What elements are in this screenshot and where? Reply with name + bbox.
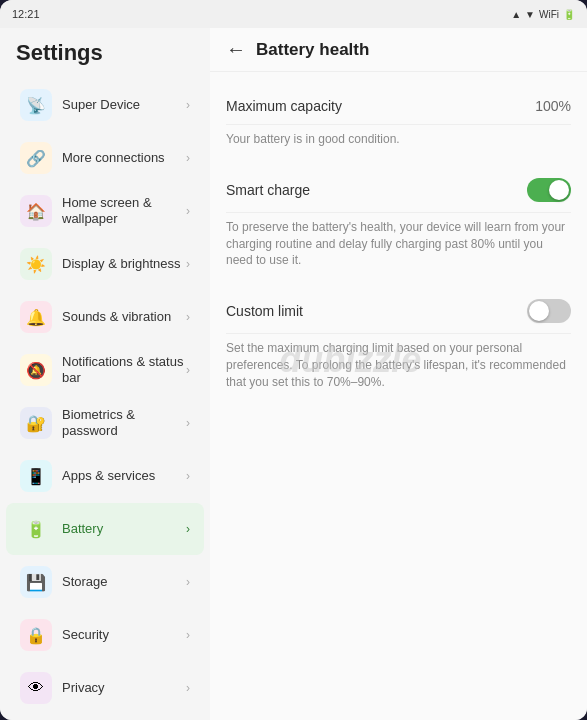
chevron-icon-notifications: › xyxy=(186,363,190,377)
chevron-icon-home-screen: › xyxy=(186,204,190,218)
sidebar-item-battery[interactable]: 🔋 Battery › xyxy=(6,503,204,555)
sidebar-label-storage: Storage xyxy=(62,574,186,590)
sidebar-item-storage[interactable]: 💾 Storage › xyxy=(6,556,204,608)
sidebar-item-biometrics[interactable]: 🔐 Biometrics & password › xyxy=(6,397,204,449)
icon-notifications: 🔕 xyxy=(20,354,52,386)
chevron-icon-security: › xyxy=(186,628,190,642)
section-smart-charge: Smart charge To preserve the battery's h… xyxy=(226,168,571,281)
icon-home-screen: 🏠 xyxy=(20,195,52,227)
icon-storage: 💾 xyxy=(20,566,52,598)
wifi-signal-icon: WiFi xyxy=(539,9,559,20)
label-smart-charge: Smart charge xyxy=(226,182,310,198)
icon-apps: 📱 xyxy=(20,460,52,492)
status-icons: ▲ ▼ WiFi 🔋 xyxy=(511,9,575,20)
sidebar-item-privacy[interactable]: 👁 Privacy › xyxy=(6,662,204,714)
panel-header: ← Battery health xyxy=(210,28,587,72)
toggle-custom-limit[interactable] xyxy=(527,299,571,323)
icon-security: 🔒 xyxy=(20,619,52,651)
chevron-icon-biometrics: › xyxy=(186,416,190,430)
sidebar-item-notifications[interactable]: 🔕 Notifications & status bar › xyxy=(6,344,204,396)
icon-privacy: 👁 xyxy=(20,672,52,704)
status-bar: 12:21 ▲ ▼ WiFi 🔋 xyxy=(0,0,587,28)
sidebar-label-display: Display & brightness xyxy=(62,256,186,272)
sidebar-label-biometrics: Biometrics & password xyxy=(62,407,186,438)
desc-custom-limit: Set the maximum charging limit based on … xyxy=(226,334,571,402)
signal-icon: ▲ xyxy=(511,9,521,20)
back-button[interactable]: ← xyxy=(226,38,246,61)
wifi-icon: ▼ xyxy=(525,9,535,20)
right-panel: ← Battery health Maximum capacity 100% Y… xyxy=(210,28,587,720)
panel-title: Battery health xyxy=(256,40,369,60)
sidebar-item-security[interactable]: 🔒 Security › xyxy=(6,609,204,661)
chevron-icon-super-device: › xyxy=(186,98,190,112)
main-content: Settings 📡 Super Device › 🔗 More connect… xyxy=(0,28,587,720)
chevron-icon-privacy: › xyxy=(186,681,190,695)
setting-row-custom-limit[interactable]: Custom limit xyxy=(226,289,571,334)
value-max-capacity: 100% xyxy=(535,98,571,114)
sidebar-label-more-connections: More connections xyxy=(62,150,186,166)
chevron-icon-apps: › xyxy=(186,469,190,483)
chevron-icon-battery: › xyxy=(186,522,190,536)
sidebar-label-apps: Apps & services xyxy=(62,468,186,484)
screen: 12:21 ▲ ▼ WiFi 🔋 Settings 📡 Super Device… xyxy=(0,0,587,720)
icon-biometrics: 🔐 xyxy=(20,407,52,439)
sidebar-item-home-screen[interactable]: 🏠 Home screen & wallpaper › xyxy=(6,185,204,237)
section-custom-limit: Custom limit Set the maximum charging li… xyxy=(226,289,571,402)
icon-display: ☀️ xyxy=(20,248,52,280)
icon-super-device: 📡 xyxy=(20,89,52,121)
desc-max-capacity: Your battery is in good condition. xyxy=(226,125,571,160)
time: 12:21 xyxy=(12,8,40,20)
toggle-smart-charge[interactable] xyxy=(527,178,571,202)
sidebar-item-display[interactable]: ☀️ Display & brightness › xyxy=(6,238,204,290)
chevron-icon-more-connections: › xyxy=(186,151,190,165)
sidebar-label-security: Security xyxy=(62,627,186,643)
sidebar-item-location[interactable]: 📍 Location › xyxy=(6,715,204,720)
sidebar-title: Settings xyxy=(0,32,210,78)
setting-row-max-capacity: Maximum capacity 100% xyxy=(226,88,571,125)
sidebar: Settings 📡 Super Device › 🔗 More connect… xyxy=(0,28,210,720)
sidebar-label-battery: Battery xyxy=(62,521,186,537)
sidebar-label-sounds: Sounds & vibration xyxy=(62,309,186,325)
icon-sounds: 🔔 xyxy=(20,301,52,333)
sidebar-label-privacy: Privacy xyxy=(62,680,186,696)
sidebar-label-super-device: Super Device xyxy=(62,97,186,113)
sidebar-item-super-device[interactable]: 📡 Super Device › xyxy=(6,79,204,131)
toggle-thumb-smart-charge xyxy=(549,180,569,200)
sidebar-item-sounds[interactable]: 🔔 Sounds & vibration › xyxy=(6,291,204,343)
desc-smart-charge: To preserve the battery's health, your d… xyxy=(226,213,571,281)
sidebar-label-notifications: Notifications & status bar xyxy=(62,354,186,385)
chevron-icon-sounds: › xyxy=(186,310,190,324)
icon-more-connections: 🔗 xyxy=(20,142,52,174)
panel-body: Maximum capacity 100% Your battery is in… xyxy=(210,72,587,720)
icon-battery: 🔋 xyxy=(20,513,52,545)
chevron-icon-display: › xyxy=(186,257,190,271)
sidebar-item-apps[interactable]: 📱 Apps & services › xyxy=(6,450,204,502)
section-max-capacity: Maximum capacity 100% Your battery is in… xyxy=(226,88,571,160)
sidebar-label-home-screen: Home screen & wallpaper xyxy=(62,195,186,226)
chevron-icon-storage: › xyxy=(186,575,190,589)
label-max-capacity: Maximum capacity xyxy=(226,98,342,114)
label-custom-limit: Custom limit xyxy=(226,303,303,319)
sidebar-item-more-connections[interactable]: 🔗 More connections › xyxy=(6,132,204,184)
battery-icon: 🔋 xyxy=(563,9,575,20)
toggle-thumb-custom-limit xyxy=(529,301,549,321)
setting-row-smart-charge[interactable]: Smart charge xyxy=(226,168,571,213)
